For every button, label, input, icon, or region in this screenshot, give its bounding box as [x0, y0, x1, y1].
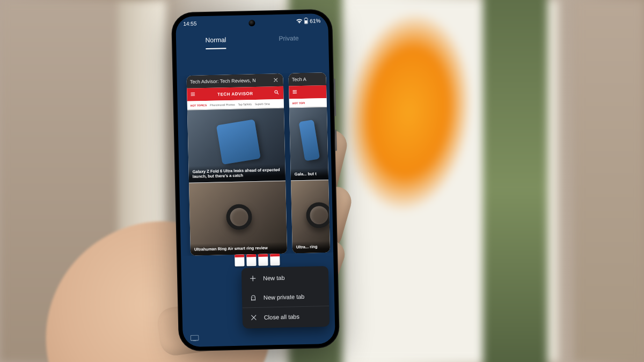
- hamburger-icon: [292, 89, 298, 95]
- story-card: Ultrahuman Ring Air smart ring review: [189, 181, 287, 256]
- svg-rect-7: [193, 341, 196, 341]
- tab-card-title: Tech A: [292, 76, 323, 82]
- menu-close-all-tabs[interactable]: Close all tabs: [242, 306, 330, 328]
- tab-thumbnail[interactable]: [235, 255, 244, 267]
- plus-icon: [249, 275, 257, 282]
- svg-point-5: [254, 297, 254, 298]
- menu-new-private-tab[interactable]: New private tab: [242, 286, 330, 308]
- hot-topics-label: HOT TOPICS: [191, 104, 207, 107]
- tab-options-popup: New tab New private tab Close all tabs: [241, 266, 330, 329]
- svg-point-4: [252, 297, 253, 298]
- story-card: Galaxy Z Fold 6 Ultra leaks ahead of exp…: [187, 108, 286, 183]
- hot-topic-item: Phenomenal Phones: [210, 102, 235, 106]
- hot-topics-label: HOT TOPI: [292, 101, 305, 105]
- svg-rect-6: [191, 335, 199, 341]
- wifi-icon: [296, 18, 302, 23]
- tab-thumbnail[interactable]: [246, 254, 256, 266]
- story-headline: Gala... but t: [291, 168, 328, 181]
- tab-card[interactable]: Tech A HOT TOPI Gala... but t Ultra... r…: [288, 72, 330, 254]
- status-bar: 14:55 61%: [175, 13, 328, 31]
- tab-card[interactable]: Tech Advisor: Tech Reviews, N TECH ADVIS…: [187, 73, 288, 256]
- story-headline: Ultra... ring: [292, 241, 330, 254]
- svg-rect-2: [305, 20, 308, 24]
- battery-icon: [304, 18, 308, 24]
- phone-screen: 14:55 61% Normal Private: [175, 13, 335, 347]
- tab-close-button[interactable]: [272, 76, 280, 84]
- tab-card-title: Tech Advisor: Tech Reviews, N: [190, 77, 269, 84]
- status-time: 14:55: [183, 20, 196, 27]
- story-card: Gala... but t: [289, 107, 328, 181]
- tab-card-header: Tech A: [288, 72, 326, 86]
- battery-percent: 61%: [310, 18, 320, 24]
- tab-mode-label: Normal: [206, 36, 226, 44]
- tab-thumbnail[interactable]: [258, 254, 268, 266]
- tab-mode-switcher: Normal Private: [176, 29, 329, 50]
- tab-mode-normal[interactable]: Normal: [179, 31, 253, 50]
- tab-mode-private[interactable]: Private: [252, 29, 326, 48]
- story-headline: Galaxy Z Fold 6 Ultra leaks ahead of exp…: [188, 164, 286, 183]
- site-header: [289, 85, 327, 99]
- tab-thumbnail[interactable]: [270, 254, 280, 265]
- ghost-icon: [250, 294, 257, 301]
- menu-item-label: Close all tabs: [264, 313, 299, 320]
- menu-item-label: New private tab: [264, 293, 305, 301]
- search-icon: [274, 90, 280, 96]
- cast-icon[interactable]: [190, 334, 199, 340]
- hot-topics-row: HOT TOPI: [289, 98, 327, 108]
- menu-new-tab[interactable]: New tab: [241, 267, 329, 289]
- hot-topic-item: Top Tablets: [238, 102, 252, 106]
- menu-item-label: New tab: [263, 275, 285, 282]
- story-card: Ultra... ring: [291, 180, 330, 254]
- close-icon: [250, 314, 258, 321]
- tab-mode-label: Private: [279, 34, 299, 42]
- phone-device: 14:55 61% Normal Private: [171, 9, 340, 352]
- tab-carousel[interactable]: Tech Advisor: Tech Reviews, N TECH ADVIS…: [177, 72, 334, 256]
- hamburger-icon: [190, 91, 196, 98]
- tab-thumbnails-strip[interactable]: [235, 254, 280, 267]
- hot-topic-item: Superb Sma: [255, 102, 270, 106]
- site-logo: TECH ADVISOR: [217, 91, 253, 97]
